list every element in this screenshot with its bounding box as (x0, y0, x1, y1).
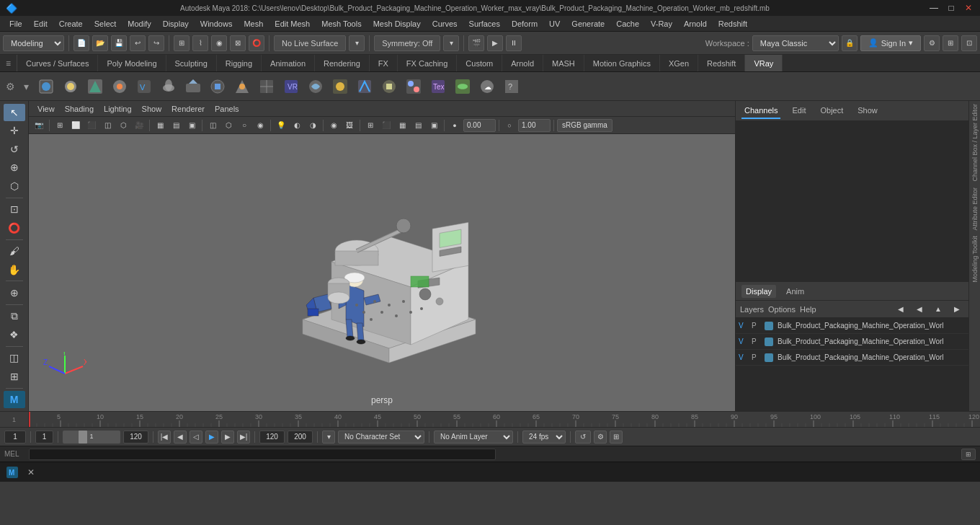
shelf-icon-4[interactable] (108, 75, 131, 98)
tab-redshift[interactable]: Redshift (698, 55, 745, 71)
layer-btn-1[interactable]: ◀ (894, 302, 908, 317)
mode-selector[interactable]: Modeling Rigging Animation FX Rendering (3, 35, 64, 51)
playback-end-field-1[interactable] (123, 431, 148, 444)
layer-opt-options[interactable]: Options (768, 305, 796, 314)
rotate-tool[interactable]: ↺ (4, 141, 25, 158)
vp-ao[interactable]: ◑ (306, 118, 320, 133)
shelf-icon-13[interactable] (329, 75, 352, 98)
tab-sculpting[interactable]: Sculpting (166, 55, 217, 71)
save-scene-button[interactable]: 💾 (111, 35, 127, 51)
workspace-dropdown[interactable]: Maya Classic General Sculpting (752, 35, 839, 51)
playback-options-button[interactable]: ⊞ (610, 431, 623, 444)
grid-button[interactable]: ⊞ (4, 368, 25, 385)
settings-button-1[interactable]: ⚙ (924, 35, 940, 51)
go-to-start-button[interactable]: |◀ (158, 431, 171, 444)
tab-vray[interactable]: VRay (745, 55, 783, 71)
vp-wireframe-2[interactable]: ▤ (411, 118, 425, 133)
fps-dropdown[interactable]: 24 fps 30 fps 60 fps (522, 431, 566, 444)
shelf-icon-16[interactable] (402, 75, 425, 98)
menu-edit[interactable]: Edit (29, 18, 53, 30)
workspace-lock-button[interactable]: 🔒 (842, 35, 858, 51)
symmetry-dropdown[interactable]: ▾ (443, 35, 459, 51)
vp-select-mode-2[interactable]: ▤ (169, 118, 183, 133)
tab-xgen[interactable]: XGen (660, 55, 698, 71)
channel-tab-object[interactable]: Object (817, 103, 846, 119)
redo-button[interactable]: ↪ (148, 35, 164, 51)
shelf-icon-20[interactable]: ? (500, 75, 523, 98)
shelf-icon-5[interactable]: V (133, 75, 156, 98)
menu-surfaces[interactable]: Surfaces (464, 18, 505, 30)
step-forward-button[interactable]: ▶ (221, 431, 234, 444)
tab-custom[interactable]: Custom (457, 55, 502, 71)
attribute-editor-sidebar-label[interactable]: Attribute Editor (969, 185, 980, 234)
vp-field-chart[interactable]: ⬛ (84, 118, 99, 133)
char-set-dropdown-toggle[interactable]: ▾ (322, 431, 335, 444)
snap-button[interactable]: ⧉ (4, 308, 25, 325)
go-to-end-button[interactable]: ▶| (237, 431, 250, 444)
vp-film-gate[interactable]: ⬜ (68, 118, 83, 133)
tab-mash[interactable]: MASH (543, 55, 584, 71)
viewport-menu-renderer[interactable]: Renderer (167, 103, 209, 115)
soft-mod-tool[interactable]: ❖ (4, 326, 25, 343)
shelf-icon-3[interactable] (84, 75, 107, 98)
vp-x-ray[interactable]: ⬡ (221, 118, 236, 133)
play-forward-button[interactable]: ▶ (205, 431, 218, 444)
vp-show-image-plane[interactable]: 🖼 (342, 118, 357, 133)
vp-camera-manipulator[interactable]: 🎥 (132, 118, 146, 133)
show-manip-button[interactable]: ⊕ (4, 284, 25, 301)
move-tool[interactable]: ✛ (4, 123, 25, 140)
shelf-arrow-icon[interactable]: ▾ (19, 75, 33, 98)
vp-camera-frustum[interactable]: ⬡ (116, 118, 130, 133)
layer-opt-help[interactable]: Help (800, 305, 816, 314)
viewport-menu-panels[interactable]: Panels (210, 103, 244, 115)
live-surface-dropdown[interactable]: ▾ (349, 35, 365, 51)
current-frame-field-left[interactable] (35, 431, 53, 444)
tab-arnold[interactable]: Arnold (502, 55, 543, 71)
menu-cache[interactable]: Cache (611, 18, 644, 30)
menu-curves[interactable]: Curves (427, 18, 463, 30)
menu-generate[interactable]: Generate (566, 18, 610, 30)
tab-rigging[interactable]: Rigging (217, 55, 262, 71)
symmetry-button[interactable]: Symmetry: Off (374, 35, 440, 51)
current-frame-field-right[interactable] (259, 431, 285, 444)
new-scene-button[interactable]: 📄 (74, 35, 89, 51)
vp-shadows[interactable]: ◐ (290, 118, 304, 133)
layer-opt-layers[interactable]: Layers (740, 305, 764, 314)
scale-tool[interactable]: ⊕ (4, 159, 25, 177)
vp-gamma-label[interactable]: sRGB gamma (557, 119, 612, 132)
universal-manip-tool[interactable]: ⬡ (4, 177, 25, 195)
shelf-icon-19[interactable]: ☁ (476, 75, 499, 98)
channel-tab-show[interactable]: Show (855, 103, 881, 119)
timeline-area[interactable]: 1 (0, 411, 980, 427)
step-back-button[interactable]: ◀ (174, 431, 187, 444)
menu-mesh-tools[interactable]: Mesh Tools (316, 18, 366, 30)
channel-tab-channels[interactable]: Channels (741, 103, 780, 119)
viewport[interactable]: View Shading Lighting Show Renderer Pane… (29, 101, 735, 411)
live-surface-button[interactable]: No Live Surface (274, 35, 346, 51)
shelf-settings-icon[interactable]: ⚙ (3, 75, 17, 98)
playback-settings-button[interactable]: ⚙ (594, 431, 607, 444)
maya-logo-tool[interactable]: M (4, 391, 25, 408)
shelf-icon-12[interactable] (304, 75, 327, 98)
menu-file[interactable]: File (4, 18, 27, 30)
play-back-button[interactable]: ◁ (190, 431, 202, 444)
shelf-icon-9[interactable] (231, 75, 254, 98)
menu-mesh[interactable]: Mesh (239, 18, 268, 30)
layer-row-3[interactable]: V P Bulk_Product_Packaging_Machine_Opera… (736, 350, 968, 366)
render-settings-button[interactable]: 🎬 (468, 35, 484, 51)
shelf-icon-6[interactable] (157, 75, 180, 98)
tab-curves-surfaces[interactable]: Curves / Surfaces (17, 55, 98, 71)
snap-point-button[interactable]: ◉ (211, 35, 227, 51)
taskbar-icon-1[interactable]: M (4, 464, 20, 480)
tab-motion-graphics[interactable]: Motion Graphics (584, 55, 660, 71)
paint-sel-tool[interactable]: 🖌 (4, 242, 25, 260)
vp-select-mode-1[interactable]: ▦ (153, 118, 167, 133)
tab-fx-caching[interactable]: FX Caching (398, 55, 457, 71)
select-tool[interactable]: ↖ (4, 104, 25, 121)
shelf-icon-8[interactable] (206, 75, 229, 98)
layout-button[interactable]: ◫ (4, 349, 25, 366)
tabbar-toggle[interactable]: ≡ (0, 55, 17, 71)
layer-btn-4[interactable]: ▶ (950, 302, 964, 317)
range-slider-thumb[interactable] (79, 431, 87, 444)
viewport-menu-shading[interactable]: Shading (61, 103, 98, 115)
